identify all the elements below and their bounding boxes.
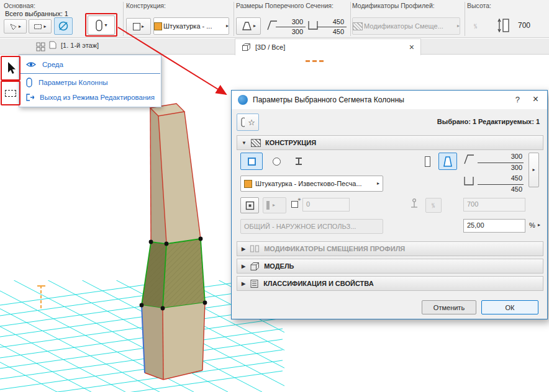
rotation-value: 0 — [306, 200, 310, 208]
eye-icon — [25, 61, 37, 68]
depth-dimension-icon — [307, 20, 319, 31]
width-bottom-value[interactable]: 300 — [277, 28, 303, 35]
tab-floor-plan[interactable]: [1. 1-й этаж] — [48, 40, 99, 50]
quick-layout-grid-icon[interactable] — [36, 42, 45, 51]
taper-options-arrow-icon[interactable]: ▸ — [538, 223, 540, 228]
section-model[interactable]: ▶ МОДЕЛЬ — [237, 259, 543, 274]
material-dropdown[interactable]: Штукатурка - Известково-Песча... ▸ — [240, 176, 383, 192]
shape-ibeam-button[interactable] — [289, 153, 309, 170]
usage-button[interactable]: ОБЩИЙ - НАРУЖНОЕ ИСПОЛЬЗ... — [240, 219, 383, 234]
marquee-icon — [5, 90, 16, 97]
height-value[interactable]: 700 — [518, 21, 530, 30]
tab-close-button[interactable]: × — [409, 42, 414, 52]
section-shape-button[interactable]: ▸ — [126, 18, 151, 35]
material-swatch-icon — [244, 180, 252, 188]
shape-circle-button[interactable] — [266, 153, 286, 170]
depth-bottom-value[interactable]: 450 — [318, 28, 344, 35]
marquee-tools-button[interactable]: ▸ — [29, 19, 52, 33]
suspend-groups-button[interactable] — [54, 17, 73, 35]
menu-item-environment[interactable]: Среда — [19, 57, 161, 72]
menu-item-exit-edit-mode[interactable]: Выход из Режима Редактирования — [19, 90, 161, 105]
section-profile-offset-modifiers[interactable]: ▶ МОДИФИКАТОРЫ СМЕЩЕНИЯ ПРОФИЛЯ — [237, 241, 543, 256]
arrow-cursor-icon — [6, 61, 16, 75]
material-label: Штукатурка - Известково-Песча... — [255, 180, 374, 187]
rotation-field[interactable]: 0 — [302, 198, 350, 212]
toolbar-divider — [123, 2, 124, 36]
dialog-close-button[interactable]: × — [533, 94, 538, 105]
column-base-front-face[interactable] — [163, 303, 205, 380]
depth-dimension-icon — [463, 176, 475, 187]
column-tapered-button[interactable] — [438, 153, 457, 170]
marquee-tool-button[interactable] — [2, 82, 19, 104]
context-menu: Среда Параметры Колонны Выход из Режима … — [19, 55, 161, 107]
profile-modifiers-button[interactable]: Модификаторы Смеще... ▸ — [352, 17, 460, 35]
ok-button[interactable]: ОК — [481, 300, 538, 314]
segment-bar-icon — [266, 201, 270, 210]
suspend-groups-icon — [58, 20, 69, 32]
menu-item-column-parameters[interactable]: Параметры Колонны — [19, 75, 161, 90]
tab-3d-view[interactable]: [3D / Все] × — [235, 38, 421, 55]
shape-square-button[interactable] — [240, 153, 263, 170]
section-expanded-icon: ▼ — [242, 140, 247, 146]
percent-icon: ﹪ — [472, 21, 479, 32]
section-label: КОНСТРУКЦИЯ — [265, 139, 316, 146]
column-segment-dialog: Параметры Выбранного Сегмента Колонны ? … — [231, 90, 548, 319]
straight-column-icon — [425, 156, 430, 167]
usage-label: ОБЩИЙ - НАРУЖНОЕ ИСПОЛЬЗ... — [244, 223, 379, 230]
menu-item-label: Выход из Режима Редактирования — [40, 94, 155, 101]
flyout-arrow-icon: ▸ — [19, 24, 21, 29]
flyout-arrow-icon: ▸ — [253, 24, 256, 29]
proportional-height-button[interactable]: ﹪ — [467, 19, 484, 33]
select-tools-button[interactable]: ▸ — [4, 19, 27, 33]
section-collapsed-icon: ▶ — [242, 281, 245, 287]
flyout-arrow-icon: ▸ — [377, 181, 379, 186]
section-label: КЛАССИФИКАЦИЯ И СВОЙСТВА — [263, 280, 374, 287]
proportional-button[interactable]: ﹪ — [425, 198, 442, 213]
favorites-button[interactable]: ☆ — [237, 114, 259, 131]
dialog-depth-top[interactable]: 450 — [479, 174, 522, 182]
dimension-options-button[interactable]: ▸ — [529, 153, 539, 187]
rotation-icon — [291, 201, 298, 208]
width-top-value[interactable]: 300 — [277, 18, 303, 25]
dialog-depth-bottom[interactable]: 450 — [479, 185, 522, 193]
column-tool-icon — [95, 19, 103, 32]
material-dropdown[interactable]: Штукатурка - ... ▸ — [153, 17, 229, 35]
column-3d-model[interactable] — [140, 104, 207, 380]
section-label: МОДИФИКАТОРЫ СМЕЩЕНИЯ ПРОФИЛЯ — [264, 245, 405, 252]
dialog-width-bottom[interactable]: 300 — [479, 164, 522, 171]
dropdown-arrow-icon[interactable]: ▾ — [104, 23, 107, 28]
dialog-title-bar[interactable]: Параметры Выбранного Сегмента Колонны — [232, 91, 547, 109]
dimension-line — [478, 163, 524, 163]
cancel-button[interactable]: Отменить — [422, 300, 476, 314]
taper-unit-label: % — [529, 221, 535, 229]
taper-value: 25,00 — [467, 221, 484, 229]
top-toolbar: Основная: Всего выбранных: 1 ▸ ▸ ▾ Конст… — [0, 0, 549, 38]
taper-field[interactable]: 25,00 — [463, 219, 525, 233]
segment-type-button[interactable]: ▸ — [263, 197, 286, 213]
dialog-title: Параметры Выбранного Сегмента Колонны — [253, 96, 404, 104]
section-label-profile-modifiers: Модификаторы Профилей: — [352, 2, 435, 9]
flyout-arrow-icon: ▸ — [142, 24, 144, 29]
classification-list-icon — [250, 279, 259, 288]
section-collapsed-icon: ▶ — [242, 264, 245, 269]
dialog-width-top[interactable]: 300 — [479, 153, 522, 160]
section-classification[interactable]: ▶ КЛАССИФИКАЦИЯ И СВОЙСТВА — [237, 276, 543, 291]
arrow-tool-button[interactable] — [2, 57, 19, 79]
favorite-column-icon — [240, 117, 245, 127]
menu-item-label: Среда — [42, 61, 63, 68]
depth-top-value[interactable]: 450 — [318, 18, 344, 25]
tab-bar: [1. 1-й этаж] [3D / Все] × — [0, 38, 549, 55]
flyout-arrow-icon: ▸ — [43, 24, 46, 29]
anchor-icon — [409, 198, 419, 210]
modifier-hatch-icon — [353, 22, 363, 30]
section-construction[interactable]: ▼ КОНСТРУКЦИЯ — [237, 135, 543, 150]
column-tool-button[interactable]: ▾ — [88, 16, 115, 35]
menu-item-label: Параметры Колонны — [39, 79, 108, 86]
dialog-help-button[interactable]: ? — [515, 95, 520, 104]
guide-line — [37, 285, 45, 310]
column-straight-button[interactable] — [418, 153, 437, 170]
complex-profile-button[interactable] — [240, 197, 259, 213]
height-field[interactable]: 700 — [463, 198, 525, 212]
marquee-icon — [34, 23, 42, 30]
segment-shape-button[interactable]: ▸ — [236, 17, 261, 35]
